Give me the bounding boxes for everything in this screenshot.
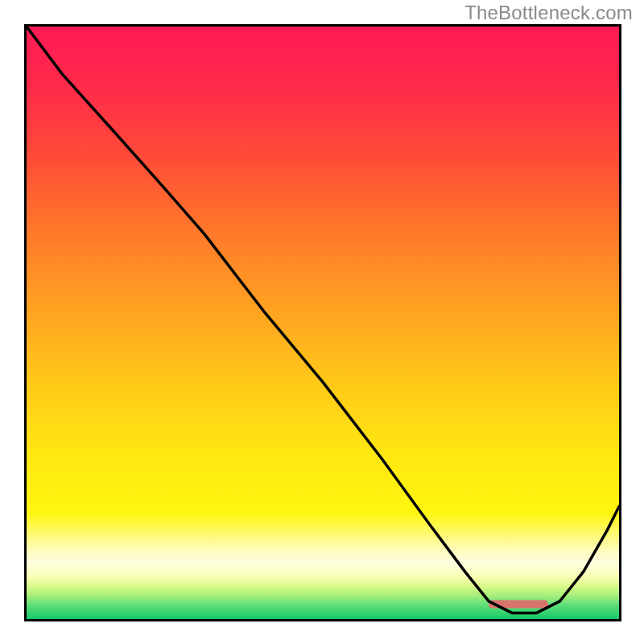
bottleneck-curve: [27, 27, 619, 613]
chart-container: TheBottleneck.com: [0, 0, 644, 644]
attribution-text: TheBottleneck.com: [464, 2, 633, 24]
chart-overlay: [27, 27, 619, 619]
plot-area: [24, 24, 621, 621]
